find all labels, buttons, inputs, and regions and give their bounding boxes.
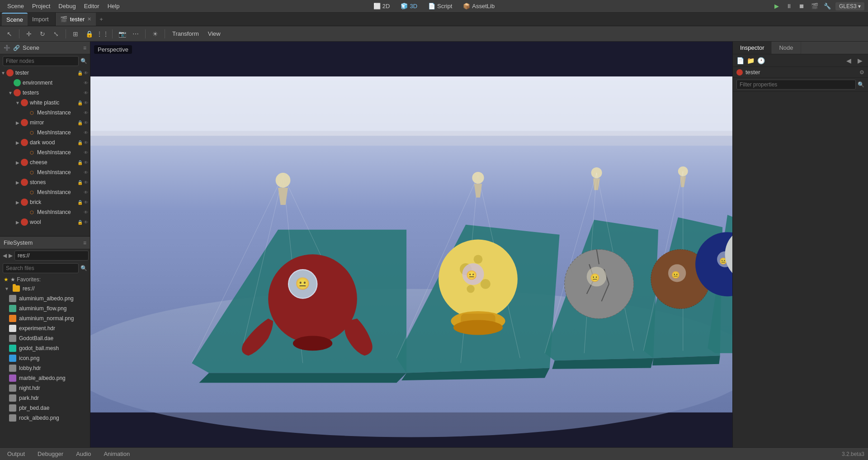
- menu-debug[interactable]: Debug: [55, 2, 79, 10]
- fs-item-pbr-bed[interactable]: pbr_bed.dae: [0, 403, 90, 413]
- lock-icon-wool[interactable]: 🔒: [77, 220, 83, 225]
- lock-icon-dark-wood[interactable]: 🔒: [77, 140, 83, 145]
- move-tool[interactable]: ✛: [23, 28, 35, 40]
- fs-item-park-hdr[interactable]: park.hdr: [0, 393, 90, 403]
- tab-node[interactable]: Node: [772, 42, 801, 54]
- vis-icon-brick[interactable]: 👁: [84, 200, 88, 205]
- rotate-tool[interactable]: ↻: [37, 28, 48, 40]
- tree-item-stones[interactable]: ▶ stones 🔒 👁: [0, 177, 90, 187]
- fs-item-aluminium-normal[interactable]: aluminium_normal.png: [0, 313, 90, 323]
- vis-icon-cheese[interactable]: 👁: [84, 160, 88, 165]
- fs-item-rock-albedo[interactable]: rock_albedo.png: [0, 413, 90, 423]
- fs-path-input[interactable]: [14, 251, 89, 261]
- lock-icon-white-plastic[interactable]: 🔒: [77, 100, 83, 105]
- viewport-canvas[interactable]: 😐: [90, 42, 732, 447]
- tree-item-wool[interactable]: ▶ wool 🔒 👁: [0, 217, 90, 227]
- bottom-tab-debugger[interactable]: Debugger: [34, 450, 67, 458]
- fs-search-input[interactable]: [3, 263, 79, 273]
- vis-icon-stones[interactable]: 👁: [84, 180, 88, 185]
- vis-icon-mesh2[interactable]: 👁: [84, 130, 88, 135]
- camera-tool[interactable]: 📷: [116, 28, 128, 40]
- vis-icon-tester[interactable]: 👁: [84, 71, 88, 76]
- view-label[interactable]: View: [204, 30, 224, 37]
- mode-3d[interactable]: 🧊 3D: [398, 2, 420, 10]
- mode-2d[interactable]: ⬜ 2D: [371, 2, 393, 10]
- tab-inspector[interactable]: Inspector: [733, 42, 772, 54]
- inspector-scene-icon[interactable]: 📄: [736, 57, 744, 64]
- fs-forward-icon[interactable]: ▶: [9, 252, 13, 259]
- filter-nodes-input[interactable]: [3, 56, 79, 66]
- tree-item-dark-wood[interactable]: ▶ dark wood 🔒 👁: [0, 138, 90, 147]
- file-tab-tester[interactable]: 🎬 tester ✕: [56, 13, 96, 26]
- inspector-filter-input[interactable]: [736, 80, 856, 90]
- grid-tool[interactable]: ⋮⋮: [97, 28, 108, 40]
- vis-icon-mesh1[interactable]: 👁: [84, 110, 88, 115]
- local-global-tool[interactable]: ⊞: [70, 28, 81, 40]
- link-icon[interactable]: 🔗: [13, 45, 20, 51]
- vis-icon-mirror[interactable]: 👁: [84, 120, 88, 125]
- scale-tool[interactable]: ⤡: [50, 28, 62, 40]
- tree-item-mesh6[interactable]: ⬡ MeshInstance 👁: [0, 207, 90, 217]
- vis-icon-white-plastic[interactable]: 👁: [84, 100, 88, 105]
- fs-back-icon[interactable]: ◀: [3, 252, 7, 259]
- fs-item-experiment[interactable]: experiment.hdr: [0, 323, 90, 333]
- bottom-tab-audio[interactable]: Audio: [72, 450, 94, 458]
- add-node-icon[interactable]: ➕: [4, 45, 10, 51]
- vis-icon-mesh6[interactable]: 👁: [84, 210, 88, 215]
- tree-item-mesh1[interactable]: ⬡ MeshInstance 👁: [0, 108, 90, 118]
- lock-icon-cheese[interactable]: 🔒: [77, 160, 83, 165]
- vis-icon-dark-wood[interactable]: 👁: [84, 140, 88, 145]
- fs-item-lobby-hdr[interactable]: lobby.hdr: [0, 363, 90, 373]
- vis-icon-mesh5[interactable]: 👁: [84, 190, 88, 195]
- tab-scene[interactable]: Scene: [2, 13, 28, 26]
- fs-item-marble-albedo[interactable]: marble_albedo.png: [0, 373, 90, 383]
- fs-item-night-hdr[interactable]: night.hdr: [0, 383, 90, 393]
- vis-icon-environment[interactable]: 👁: [84, 81, 88, 85]
- menu-project[interactable]: Project: [28, 2, 54, 10]
- tree-item-mesh5[interactable]: ⬡ MeshInstance 👁: [0, 187, 90, 197]
- fs-settings-icon[interactable]: ≡: [83, 240, 86, 246]
- tree-item-mirror[interactable]: ▶ mirror 🔒 👁: [0, 118, 90, 128]
- pause-button[interactable]: ⏸: [785, 2, 794, 11]
- tab-close-tester[interactable]: ✕: [87, 16, 91, 22]
- fs-item-icon-png[interactable]: icon.png: [0, 353, 90, 363]
- tree-item-environment[interactable]: environment 👁: [0, 78, 90, 88]
- vis-icon-mesh4[interactable]: 👁: [84, 170, 88, 175]
- tree-item-mesh3[interactable]: ⬡ MeshInstance 👁: [0, 147, 90, 157]
- vis-icon-wool[interactable]: 👁: [84, 220, 88, 225]
- inspector-forward-btn[interactable]: ▶: [856, 56, 864, 65]
- tree-item-brick[interactable]: ▶ brick 🔒 👁: [0, 197, 90, 207]
- mode-script[interactable]: 📄 Script: [425, 2, 455, 10]
- play-button[interactable]: ▶: [772, 2, 781, 11]
- menu-scene[interactable]: Scene: [4, 2, 28, 10]
- gles-badge[interactable]: GLES3 ▾: [835, 2, 864, 10]
- fs-item-godot-ball-mesh[interactable]: godot_ball.mesh: [0, 343, 90, 353]
- tree-item-cheese[interactable]: ▶ cheese 🔒 👁: [0, 157, 90, 167]
- lock-icon-brick[interactable]: 🔒: [77, 200, 83, 205]
- lock-icon-mirror[interactable]: 🔒: [77, 120, 83, 125]
- tree-item-white-plastic[interactable]: ▼ white plastic 🔒 👁: [0, 98, 90, 108]
- fs-item-res[interactable]: ▼ res://: [0, 284, 90, 294]
- inspector-back-btn[interactable]: ◀: [844, 56, 853, 65]
- more-tool[interactable]: ⋯: [130, 28, 142, 40]
- bottom-tab-output[interactable]: Output: [4, 450, 28, 458]
- inspector-history-icon[interactable]: 🕐: [757, 57, 765, 64]
- inspector-search-icon[interactable]: 🔍: [858, 81, 864, 88]
- filter-search-icon[interactable]: 🔍: [80, 58, 87, 64]
- tree-item-mesh4[interactable]: ⬡ MeshInstance 👁: [0, 167, 90, 177]
- sun-tool[interactable]: ☀: [149, 28, 161, 40]
- lock-tool[interactable]: 🔒: [83, 28, 95, 40]
- tab-add-button[interactable]: +: [96, 13, 107, 26]
- vis-icon-mesh3[interactable]: 👁: [84, 150, 88, 155]
- mode-assetlib[interactable]: 📦 AssetLib: [460, 2, 497, 10]
- scene-settings-icon[interactable]: ≡: [83, 45, 86, 51]
- fs-item-aluminium-albedo[interactable]: aluminium_albedo.png: [0, 294, 90, 304]
- select-tool[interactable]: ↖: [4, 28, 15, 40]
- tree-item-testers[interactable]: ▼ testers 👁: [0, 88, 90, 98]
- movie-button[interactable]: 🎬: [810, 2, 819, 11]
- menu-editor[interactable]: Editor: [80, 2, 103, 10]
- transform-label[interactable]: Transform: [169, 30, 203, 37]
- vis-icon-testers[interactable]: 👁: [84, 90, 88, 95]
- fs-search-icon[interactable]: 🔍: [80, 265, 87, 271]
- tree-item-tester[interactable]: ▼ tester 🔒 👁: [0, 68, 90, 78]
